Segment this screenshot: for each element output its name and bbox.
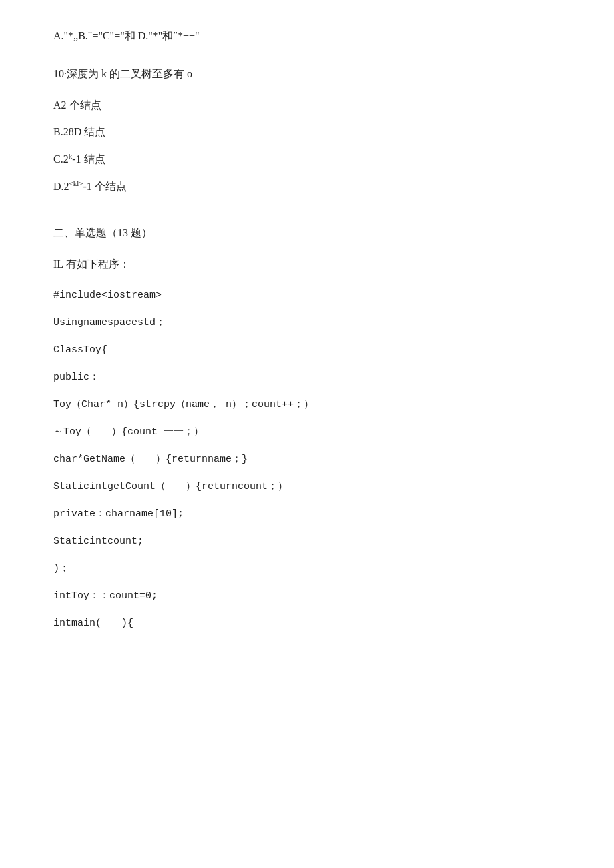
code-private: private：charname[10]; xyxy=(53,505,561,523)
code-intmain: intmain( ){ xyxy=(53,614,561,632)
sup-kl: <kl> xyxy=(69,179,83,187)
code-class: ClassToy{ xyxy=(53,341,561,359)
code-using: Usingnamespacestd； xyxy=(53,314,561,332)
code-closing-brace: )； xyxy=(53,560,561,578)
option-d: D.2<kl>-1 个结点 xyxy=(53,177,561,197)
option-b: B.28D 结点 xyxy=(53,123,561,142)
code-include: #include<iostream> xyxy=(53,286,561,304)
page-content: A."*„B."="C"="和 D."*"和″*++" 10·深度为 k 的二叉… xyxy=(53,27,561,632)
option-c: C.2k-1 结点 xyxy=(53,150,561,169)
code-getname: char*GetName（ ）{returnname；} xyxy=(53,450,561,468)
code-public: public： xyxy=(53,368,561,386)
option-a: A2 个结点 xyxy=(53,96,561,115)
line-answer-options: A."*„B."="C"="和 D."*"和″*++" xyxy=(53,27,561,46)
code-inttoy: intToy：：count=0; xyxy=(53,587,561,605)
il-intro: IL 有如下程序： xyxy=(53,255,561,274)
section-two-title: 二、单选题（13 题） xyxy=(53,224,561,243)
code-getcount: StaticintgetCount（ ）{returncount；） xyxy=(53,478,561,496)
code-constructor: Toy（Char*_n）{strcpy（name，_n）；count++；） xyxy=(53,396,561,414)
question-10: 10·深度为 k 的二叉树至多有 o xyxy=(53,65,561,84)
code-destructor: ～Toy（ ）{count 一一；） xyxy=(53,423,561,441)
sup-k: k xyxy=(69,152,73,160)
code-staticint: Staticintcount; xyxy=(53,532,561,550)
